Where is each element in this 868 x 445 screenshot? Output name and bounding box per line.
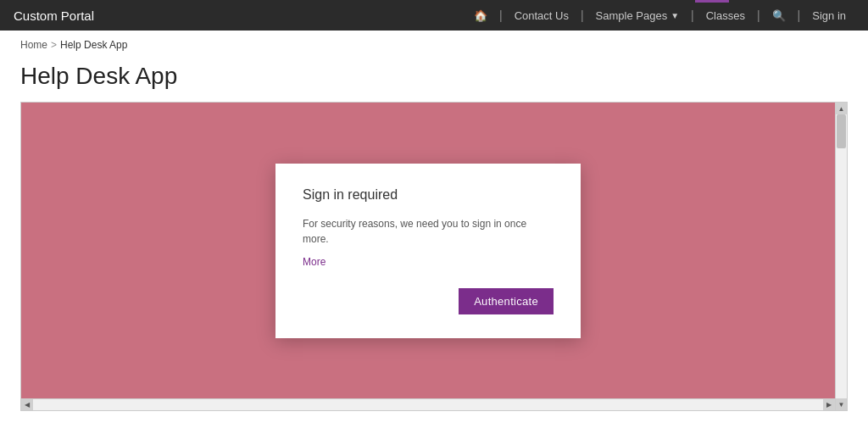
scroll-left-icon: ◀ [25,401,30,409]
page-title: Help Desk App [0,56,868,102]
horizontal-scrollbar[interactable]: ◀ ▶ [21,398,835,410]
scroll-up-button[interactable]: ▲ [836,103,848,114]
scroll-right-icon: ▶ [826,401,832,409]
vertical-scrollbar[interactable]: ▲ ▼ [835,103,847,410]
scroll-track-horizontal[interactable] [33,399,823,410]
dropdown-arrow-icon: ▼ [670,11,679,20]
dialog-message: For security reasons, we need you to sig… [303,216,554,247]
app-content-area: Sign in required For security reasons, w… [21,103,835,398]
dialog-actions: Authenticate [303,288,554,314]
nav-divider-5: | [794,8,804,22]
scroll-right-button[interactable]: ▶ [823,399,835,411]
navbar: Custom Portal 🏠 | Contact Us | Sample Pa… [0,0,868,31]
nav-divider-4: | [754,8,764,22]
dialog-more-link[interactable]: More [303,256,326,268]
search-icon: 🔍 [772,9,786,22]
scroll-down-button[interactable]: ▼ [836,398,848,410]
nav-classes-link[interactable]: Classes [698,9,754,22]
nav-sample-pages-link[interactable]: Sample Pages ▼ [587,9,687,22]
scroll-down-icon: ▼ [838,401,845,409]
content-frame: Sign in required For security reasons, w… [20,102,848,411]
nav-contact-link[interactable]: Contact Us [506,9,577,22]
nav-search-link[interactable]: 🔍 [764,9,794,22]
breadcrumb-home-link[interactable]: Home [20,39,47,51]
scroll-track-vertical[interactable] [836,114,847,398]
nav-classes-label: Classes [706,9,745,22]
nav-contact-label: Contact Us [515,9,569,22]
scroll-left-button[interactable]: ◀ [21,399,33,411]
site-brand: Custom Portal [14,8,94,23]
nav-divider-3: | [687,8,698,22]
dialog-title: Sign in required [303,187,554,203]
nav-signin-label: Sign in [812,9,846,22]
scroll-up-icon: ▲ [838,105,845,113]
nav-signin-link[interactable]: Sign in [804,9,854,22]
breadcrumb-current: Help Desk App [60,39,127,51]
authenticate-button[interactable]: Authenticate [459,288,554,314]
nav-divider-2: | [577,8,587,22]
breadcrumb-separator: > [51,39,57,51]
nav-home-link[interactable]: 🏠 [465,9,496,22]
nav-divider-1: | [496,8,506,22]
scroll-thumb-vertical[interactable] [837,114,846,148]
home-icon: 🏠 [474,9,487,22]
signin-dialog: Sign in required For security reasons, w… [275,164,581,338]
breadcrumb: Home > Help Desk App [0,31,868,56]
nav-sample-pages-label: Sample Pages [596,9,668,22]
